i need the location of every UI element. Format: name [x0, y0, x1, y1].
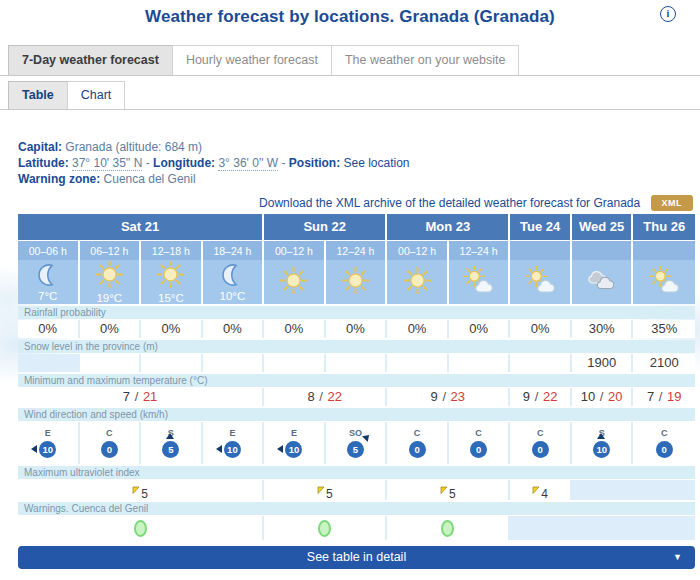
rainfall-value-cell: 0%	[510, 320, 572, 338]
wind-arrow-left-icon	[277, 445, 283, 453]
sky-cell	[326, 260, 388, 304]
download-xml-link[interactable]: Download the XML archive of the detailed…	[259, 196, 640, 210]
day-header-tue-24: Tue 24	[510, 214, 572, 240]
wind-indicator: 0	[101, 441, 118, 458]
moon-icon	[221, 263, 243, 291]
wind-speed-value: 0	[656, 441, 673, 458]
wind-indicator: 10	[285, 441, 302, 458]
rainfall-value-cell: 0%	[141, 320, 203, 338]
wind-cell: C0	[387, 422, 449, 464]
uv-flag-icon	[532, 480, 540, 500]
wind-direction-speed-label: Wind direction and speed (km/h)	[18, 408, 695, 421]
tab-hourly-weather-forecast[interactable]: Hourly weather forecast	[172, 45, 332, 75]
wind-speed-value: 0	[101, 441, 118, 458]
min-temp: 8	[307, 389, 314, 404]
rainfall-value-cell: 0%	[449, 320, 511, 338]
uv-flag-icon	[132, 480, 140, 500]
see-location-link[interactable]: See location	[343, 156, 409, 170]
rainfall-value-cell: 30%	[572, 320, 634, 338]
wind-speed-value: 10	[224, 441, 241, 458]
tab-chart[interactable]: Chart	[67, 81, 126, 109]
wind-direction-label: C	[537, 428, 544, 438]
tab-the-weather-on-your-website[interactable]: The weather on your website	[331, 45, 520, 75]
see-table-in-detail-button[interactable]: See table in detail ▼	[18, 546, 695, 569]
tab-7-day-weather-forecast[interactable]: 7-Day weather forecast	[8, 45, 173, 75]
snow-level-row: 19002100	[18, 354, 695, 372]
moon-icon	[37, 263, 59, 291]
wind-speed-value: 10	[285, 441, 302, 458]
wind-direction-label: C	[475, 428, 482, 438]
longitude-label: Longitude:	[153, 156, 215, 170]
wind-arrow-up-icon	[166, 433, 174, 439]
min-max-cell: 10 / 20	[572, 388, 634, 406]
wind-speed-value: 0	[470, 441, 487, 458]
chevron-down-icon: ▼	[673, 546, 682, 569]
wind-direction-label: C	[106, 428, 113, 438]
hour-cell: 12–24 h	[326, 240, 388, 260]
wind-cell: S5	[141, 422, 203, 464]
snow-level-cell	[18, 354, 80, 372]
sky-cell	[572, 260, 634, 304]
uv-index-row: 5554	[18, 480, 695, 500]
uv-index-label: Maximum ultraviolet index	[18, 466, 695, 479]
xml-badge-button[interactable]: XML	[651, 195, 694, 211]
hour-cell	[633, 240, 695, 260]
page-header: Weather forecast by locations. Granada (…	[0, 0, 700, 40]
wind-speed-value: 10	[593, 441, 610, 458]
min-temp: 10	[581, 389, 595, 404]
snow-level-label: Snow level in the province (m)	[18, 340, 695, 353]
rainfall-probability-row: 0%0%0%0%0%0%0%0%0%30%35%	[18, 320, 695, 338]
rainfall-value-cell: 0%	[80, 320, 142, 338]
min-temp: 7	[123, 389, 130, 404]
snow-level-cell: 2100	[633, 354, 695, 372]
download-line: Download the XML archive of the detailed…	[0, 195, 693, 211]
hour-cell	[510, 240, 572, 260]
position-label: Position:	[289, 156, 340, 170]
warning-zone-label: Warning zone:	[18, 172, 100, 186]
hour-cell: 12–24 h	[449, 240, 511, 260]
uv-index-cell	[572, 480, 634, 500]
wind-cell: C0	[80, 422, 142, 464]
sun-icon	[156, 260, 185, 293]
uv-index-cell: 4	[510, 480, 572, 500]
uv-index-cell: 5	[387, 480, 510, 500]
wind-indicator: 5	[347, 441, 364, 458]
wind-indicator: 5	[162, 441, 179, 458]
wind-indicator: 0	[470, 441, 487, 458]
view-tab-bar: TableChart	[0, 81, 700, 110]
hour-cell: 00–06 h	[18, 240, 80, 260]
temperature-value: 7°C	[38, 290, 57, 302]
wind-arrow-left-icon	[216, 445, 222, 453]
main-tab-bar: 7-Day weather forecastHourly weather for…	[0, 45, 700, 76]
hour-cell: 00–12 h	[387, 240, 449, 260]
wind-arrow-left-icon	[31, 445, 37, 453]
uv-flag-icon	[440, 480, 448, 500]
uv-index-value: 5	[449, 487, 456, 500]
snow-level-cell	[264, 354, 326, 372]
min-temp: 9	[431, 389, 438, 404]
wind-direction-label: C	[414, 428, 421, 438]
min-max-temperature-row: 7 / 218 / 229 / 239 / 2210 / 207 / 19	[18, 388, 695, 406]
tab-table[interactable]: Table	[8, 81, 68, 109]
info-icon[interactable]: i	[660, 6, 676, 22]
snow-level-cell	[203, 354, 265, 372]
warning-cell	[572, 516, 634, 540]
min-max-cell: 9 / 23	[387, 388, 510, 406]
snow-level-cell	[80, 354, 142, 372]
warning-cell	[18, 516, 264, 540]
uv-index-cell: 5	[18, 480, 264, 500]
max-temp: 21	[143, 389, 157, 404]
sun-icon	[279, 266, 308, 299]
wind-cell: C0	[449, 422, 511, 464]
wind-speed-value: 10	[39, 441, 56, 458]
wind-direction-label: E	[291, 428, 297, 438]
wind-cell: S10	[572, 422, 634, 464]
uv-flag-icon	[317, 480, 325, 500]
rainfall-value-cell: 35%	[633, 320, 695, 338]
hour-cell: 00–12 h	[264, 240, 326, 260]
wind-cell: E10	[18, 422, 80, 464]
warning-zone-value: Cuenca del Genil	[104, 172, 196, 186]
green-warning-icon	[134, 520, 147, 537]
wind-speed-value: 5	[347, 441, 364, 458]
wind-cell: SO5	[326, 422, 388, 464]
